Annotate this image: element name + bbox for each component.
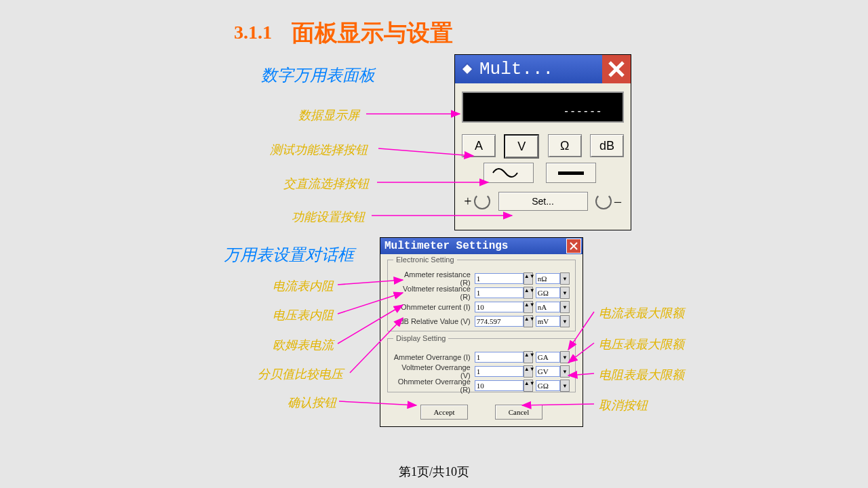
heading-number: 3.1.1: [234, 22, 272, 43]
app-icon: [459, 61, 475, 77]
settings-dialog: Multimeter Settings Electronic Setting A…: [380, 237, 583, 427]
oc-input[interactable]: [475, 302, 524, 312]
anno-oc: 欧姆表电流: [273, 337, 334, 353]
ac-button[interactable]: [484, 163, 534, 183]
ao-label: Ammeter Overrange (I): [393, 353, 475, 361]
oc-label: Ohmmeter current (I): [393, 303, 475, 311]
ao-spinner[interactable]: ▲▼: [524, 351, 533, 363]
vr-input[interactable]: [475, 287, 524, 298]
db-spinner[interactable]: ▲▼: [524, 315, 533, 327]
dc-button[interactable]: [546, 163, 596, 183]
vo-unit-dd[interactable]: ▼: [560, 365, 570, 378]
group2-title: Display Setting: [393, 334, 448, 342]
oc-unit-dd[interactable]: ▼: [560, 301, 570, 313]
page-indicator: 第1页/共10页: [0, 464, 868, 480]
anno-rmax: 电阻表最大限额: [599, 367, 684, 383]
close-icon: [570, 242, 578, 250]
lcd-display: ------: [462, 92, 624, 123]
multimeter-window: Mult... ------ A V Ω dB + Set... –: [454, 54, 631, 230]
ao-unit[interactable]: [536, 352, 560, 363]
oc-spinner[interactable]: ▲▼: [524, 301, 533, 313]
vo-unit[interactable]: [536, 366, 560, 377]
minus-label: –: [612, 194, 624, 209]
vr-unit-dd[interactable]: ▼: [560, 287, 570, 299]
oo-label: Ohmmeter Overrange (R): [393, 378, 475, 394]
dialog-buttons: Accept Cancel: [380, 405, 583, 420]
ar-input[interactable]: [475, 273, 524, 284]
accept-button[interactable]: Accept: [420, 405, 468, 420]
anno-lcd: 数据显示屏: [298, 107, 359, 123]
sine-icon: [492, 167, 526, 178]
plus-terminal[interactable]: [474, 193, 490, 209]
anno-ar: 电流表内阻: [273, 278, 334, 294]
mode-button-row: A V Ω dB: [462, 134, 624, 159]
db-label: dB Relative Value (V): [393, 317, 475, 325]
vo-spinner[interactable]: ▲▼: [524, 365, 533, 378]
ar-spinner[interactable]: ▲▼: [524, 272, 533, 285]
heading-text: 面板显示与设置: [292, 18, 453, 49]
ao-input[interactable]: [475, 352, 524, 363]
oo-input[interactable]: [475, 380, 524, 391]
display-setting-group: Display Setting Ammeter Overrange (I)▲▼▼…: [387, 338, 576, 392]
db-input[interactable]: [475, 316, 524, 327]
minus-terminal[interactable]: [595, 193, 612, 209]
dc-icon: [554, 167, 588, 178]
anno-cancel: 取消按钮: [599, 397, 648, 413]
ao-unit-dd[interactable]: ▼: [560, 351, 570, 363]
anno-vmax: 电压表最大限额: [599, 336, 684, 352]
anno-acdc: 交直流选择按钮: [283, 176, 369, 192]
anno-db: 分贝值比较电压: [258, 366, 343, 382]
close-icon: [606, 59, 627, 79]
set-button[interactable]: Set...: [498, 192, 588, 211]
db-unit-dd[interactable]: ▼: [560, 315, 570, 327]
oc-unit[interactable]: [536, 302, 560, 312]
electronic-setting-group: Electronic Setting Ammeter resistance (R…: [387, 260, 576, 331]
dialog-title-text: Multimeter Settings: [384, 240, 508, 252]
ar-unit[interactable]: [536, 273, 560, 284]
vr-spinner[interactable]: ▲▼: [524, 287, 533, 299]
multimeter-titlebar[interactable]: Mult...: [455, 55, 631, 83]
mode-v-button[interactable]: V: [504, 134, 539, 159]
subtitle-dialog: 万用表设置对话框: [224, 244, 354, 266]
anno-vr: 电压表内阻: [273, 307, 334, 323]
mode-db-button[interactable]: dB: [590, 134, 624, 157]
plus-label: +: [462, 194, 474, 209]
cancel-button[interactable]: Cancel: [495, 405, 542, 420]
anno-func: 测试功能选择按钮: [270, 142, 368, 158]
multimeter-title-text: Mult...: [479, 59, 553, 79]
vr-unit[interactable]: [536, 287, 560, 298]
anno-set: 功能设置按钮: [292, 209, 365, 225]
mode-ohm-button[interactable]: Ω: [548, 134, 582, 157]
dialog-close-button[interactable]: [566, 239, 581, 253]
vr-label: Voltmeter resistance (R): [393, 285, 475, 301]
vo-input[interactable]: [475, 366, 524, 377]
db-unit[interactable]: [536, 316, 560, 327]
mode-a-button[interactable]: A: [462, 134, 496, 157]
anno-amax: 电流表最大限额: [599, 305, 684, 321]
group1-title: Electronic Setting: [393, 256, 457, 264]
bottom-row: + Set... –: [462, 192, 624, 211]
subtitle-panel: 数字万用表面板: [261, 64, 375, 86]
acdc-row: [484, 163, 596, 183]
dialog-titlebar[interactable]: Multimeter Settings: [380, 238, 583, 254]
slide: 3.1.1 面板显示与设置 数字万用表面板 万用表设置对话框 数据显示屏 测试功…: [0, 0, 868, 488]
anno-ok: 确认按钮: [288, 394, 336, 411]
close-button[interactable]: [602, 55, 631, 83]
ar-unit-dd[interactable]: ▼: [560, 272, 570, 285]
oo-spinner[interactable]: ▲▼: [524, 380, 533, 392]
oo-unit-dd[interactable]: ▼: [560, 380, 570, 392]
oo-unit[interactable]: [536, 380, 560, 391]
svg-rect-2: [558, 171, 584, 175]
multimeter-body: ------ A V Ω dB + Set... –: [455, 83, 631, 230]
